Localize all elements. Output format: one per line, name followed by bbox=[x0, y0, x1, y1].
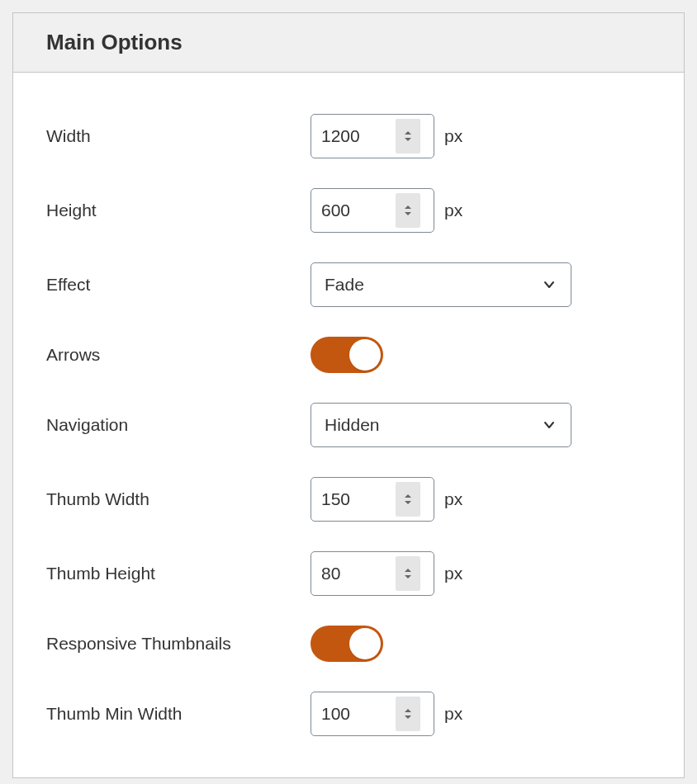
height-unit: px bbox=[444, 201, 462, 220]
thumb-min-width-unit: px bbox=[444, 704, 462, 724]
panel-header: Main Options bbox=[13, 13, 684, 73]
navigation-label: Navigation bbox=[46, 413, 311, 437]
stepper-up-icon bbox=[403, 204, 413, 210]
thumb-width-label: Thumb Width bbox=[46, 488, 311, 511]
field-responsive-thumbs: Responsive Thumbnails bbox=[46, 626, 651, 662]
navigation-control: Hidden bbox=[311, 403, 571, 447]
stepper-up-icon bbox=[403, 567, 413, 574]
toggle-knob bbox=[349, 628, 381, 659]
thumb-min-width-control: px bbox=[311, 692, 462, 736]
thumb-height-label: Thumb Height bbox=[46, 562, 311, 585]
thumb-min-width-input-wrapper[interactable] bbox=[311, 692, 434, 736]
field-effect: Effect Fade bbox=[46, 262, 651, 307]
height-control: px bbox=[311, 188, 462, 233]
thumb-width-unit: px bbox=[444, 489, 462, 509]
responsive-thumbs-toggle[interactable] bbox=[311, 626, 383, 662]
height-label: Height bbox=[46, 199, 311, 222]
field-width: Width px bbox=[46, 114, 651, 158]
navigation-value: Hidden bbox=[325, 415, 380, 435]
width-input-wrapper[interactable] bbox=[311, 114, 434, 158]
effect-value: Fade bbox=[325, 275, 364, 295]
stepper-down-icon bbox=[403, 136, 413, 143]
stepper-up-icon bbox=[403, 493, 413, 499]
effect-label: Effect bbox=[46, 273, 311, 296]
responsive-thumbs-label: Responsive Thumbnails bbox=[46, 632, 311, 655]
main-options-panel: Main Options Width px Height bbox=[12, 12, 685, 778]
chevron-down-icon bbox=[541, 276, 557, 293]
field-arrows: Arrows bbox=[46, 337, 651, 373]
thumb-height-control: px bbox=[311, 551, 462, 596]
field-thumb-width: Thumb Width px bbox=[46, 477, 651, 522]
stepper-up-icon bbox=[403, 707, 413, 714]
thumb-min-width-stepper[interactable] bbox=[396, 697, 420, 731]
thumb-width-input[interactable] bbox=[321, 489, 396, 509]
thumb-height-input[interactable] bbox=[321, 564, 396, 583]
arrows-label: Arrows bbox=[46, 343, 311, 366]
width-control: px bbox=[311, 114, 462, 158]
thumb-height-input-wrapper[interactable] bbox=[311, 551, 434, 596]
width-unit: px bbox=[444, 126, 462, 146]
stepper-down-icon bbox=[403, 210, 413, 217]
field-navigation: Navigation Hidden bbox=[46, 403, 651, 447]
height-input-wrapper[interactable] bbox=[311, 188, 434, 233]
arrows-toggle[interactable] bbox=[311, 337, 383, 373]
width-label: Width bbox=[46, 125, 311, 148]
height-stepper[interactable] bbox=[396, 193, 420, 228]
toggle-knob bbox=[349, 339, 381, 371]
thumb-min-width-label: Thumb Min Width bbox=[46, 702, 311, 725]
field-height: Height px bbox=[46, 188, 651, 233]
field-thumb-min-width: Thumb Min Width px bbox=[46, 692, 651, 736]
effect-control: Fade bbox=[311, 262, 571, 307]
arrows-control bbox=[311, 337, 383, 373]
effect-select[interactable]: Fade bbox=[311, 262, 571, 307]
field-thumb-height: Thumb Height px bbox=[46, 551, 651, 596]
stepper-up-icon bbox=[403, 130, 413, 136]
stepper-down-icon bbox=[403, 714, 413, 720]
thumb-min-width-input[interactable] bbox=[321, 704, 396, 724]
width-stepper[interactable] bbox=[396, 119, 420, 153]
stepper-down-icon bbox=[403, 574, 413, 580]
height-input[interactable] bbox=[321, 201, 396, 220]
thumb-height-unit: px bbox=[444, 564, 462, 583]
width-input[interactable] bbox=[321, 126, 396, 146]
navigation-select[interactable]: Hidden bbox=[311, 403, 571, 447]
thumb-width-input-wrapper[interactable] bbox=[311, 477, 434, 522]
stepper-down-icon bbox=[403, 499, 413, 506]
thumb-width-stepper[interactable] bbox=[396, 482, 420, 517]
panel-title: Main Options bbox=[46, 30, 651, 55]
responsive-thumbs-control bbox=[311, 626, 383, 662]
panel-body: Width px Height bbox=[13, 73, 684, 777]
thumb-width-control: px bbox=[311, 477, 462, 522]
chevron-down-icon bbox=[541, 417, 557, 433]
thumb-height-stepper[interactable] bbox=[396, 556, 420, 591]
